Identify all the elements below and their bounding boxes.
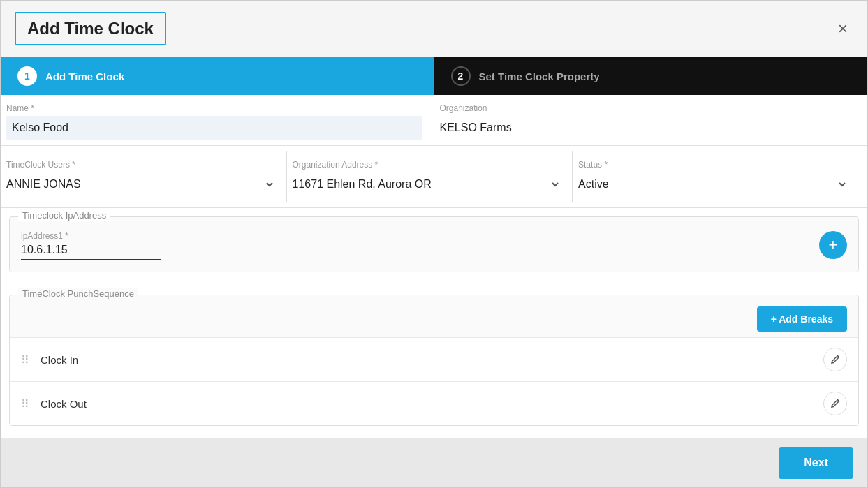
- next-button[interactable]: Next: [779, 447, 853, 479]
- ip-section-title: Timeclock IpAddress: [18, 210, 110, 221]
- status-select[interactable]: Active: [578, 172, 848, 196]
- clock-out-label: Clock Out: [41, 398, 812, 410]
- punch-item-clock-in: ⠿ Clock In: [10, 337, 858, 381]
- timeclock-users-chevron-icon: [264, 179, 275, 190]
- step-1[interactable]: 1 Add Time Clock: [1, 57, 434, 95]
- org-address-label: Organization Address *: [293, 160, 561, 170]
- name-label: Name *: [6, 103, 422, 113]
- org-address-chevron-icon: [550, 179, 561, 190]
- name-value[interactable]: Kelso Food: [6, 116, 422, 140]
- modal-footer: Next: [1, 438, 867, 487]
- step-1-label: Add Time Clock: [45, 71, 124, 82]
- organization-group: Organization KELSO Farms: [434, 95, 868, 145]
- close-button[interactable]: ×: [832, 17, 853, 40]
- organization-label: Organization: [440, 103, 857, 113]
- ip-field-label: ipAddress1 *: [21, 231, 808, 241]
- ip-section: Timeclock IpAddress ipAddress1 * 10.6.1.…: [9, 216, 859, 272]
- ip-field-value[interactable]: 10.6.1.15: [21, 244, 161, 260]
- step-2-label: Set Time Clock Property: [479, 71, 600, 82]
- step-2[interactable]: 2 Set Time Clock Property: [434, 57, 868, 95]
- step-1-number: 1: [17, 66, 37, 86]
- plus-icon: +: [829, 236, 838, 254]
- organization-value[interactable]: KELSO Farms: [440, 116, 857, 140]
- main-content: Name * Kelso Food Organization KELSO Far…: [1, 95, 867, 438]
- timeclock-users-select[interactable]: ANNIE JONAS: [6, 172, 275, 196]
- drag-handle-clock-out[interactable]: ⠿: [21, 397, 29, 411]
- ip-fields: ipAddress1 * 10.6.1.15: [21, 231, 808, 260]
- modal-title: Add Time Clock: [15, 12, 166, 45]
- users-address-status-row: TimeClock Users * ANNIE JONAS Organizati…: [1, 146, 867, 208]
- status-value: Active: [578, 172, 837, 196]
- timeclock-users-group: TimeClock Users * ANNIE JONAS: [1, 151, 287, 202]
- steps-bar: 1 Add Time Clock 2 Set Time Clock Proper…: [1, 57, 867, 95]
- org-address-group: Organization Address * 11671 Ehlen Rd. A…: [287, 151, 573, 202]
- timeclock-users-value: ANNIE JONAS: [6, 172, 264, 196]
- clock-in-label: Clock In: [41, 354, 812, 366]
- pencil-icon: [830, 398, 841, 409]
- timeclock-users-label: TimeClock Users *: [6, 160, 275, 170]
- status-chevron-icon: [837, 179, 848, 190]
- punch-section: TimeClock PunchSequence + Add Breaks ⠿ C…: [9, 295, 859, 426]
- edit-clock-in-button[interactable]: [823, 348, 847, 371]
- modal-container: Add Time Clock × 1 Add Time Clock 2 Set …: [0, 0, 868, 488]
- punch-item-clock-out: ⠿ Clock Out: [10, 381, 858, 425]
- org-address-select[interactable]: 11671 Ehlen Rd. Aurora OR: [293, 172, 561, 196]
- ip-content: ipAddress1 * 10.6.1.15 +: [10, 217, 858, 260]
- add-breaks-button[interactable]: + Add Breaks: [757, 306, 847, 332]
- modal-header: Add Time Clock ×: [1, 1, 867, 57]
- status-group: Status * Active: [573, 151, 859, 202]
- punch-header-row: + Add Breaks: [10, 295, 858, 337]
- status-label: Status *: [578, 160, 848, 170]
- punch-section-title: TimeClock PunchSequence: [18, 288, 138, 299]
- step-2-number: 2: [451, 66, 471, 86]
- edit-clock-out-button[interactable]: [823, 392, 847, 415]
- drag-handle-clock-in[interactable]: ⠿: [21, 353, 29, 367]
- pencil-icon: [830, 354, 841, 365]
- org-address-value: 11671 Ehlen Rd. Aurora OR: [293, 172, 550, 196]
- add-ip-button[interactable]: +: [819, 231, 847, 259]
- name-group: Name * Kelso Food: [1, 95, 434, 145]
- name-org-row: Name * Kelso Food Organization KELSO Far…: [1, 95, 867, 146]
